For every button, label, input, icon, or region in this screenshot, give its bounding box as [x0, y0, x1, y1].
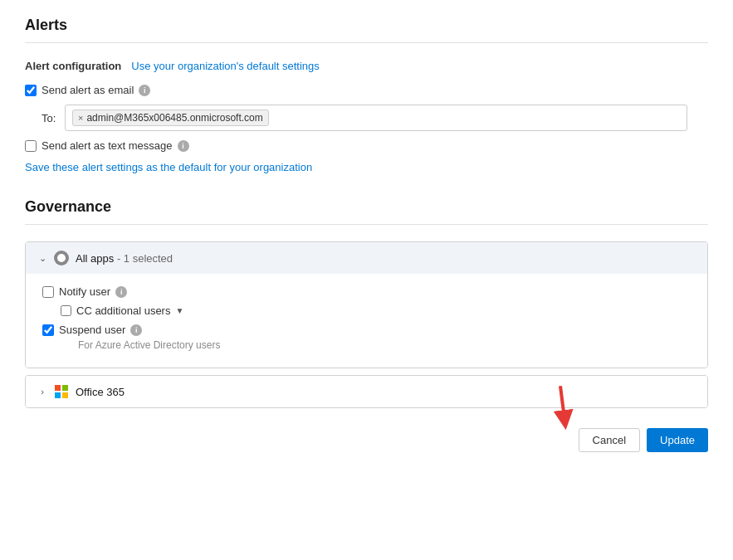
office365-title: Office 365	[76, 386, 125, 398]
save-default-link[interactable]: Save these alert settings as the default…	[25, 161, 312, 173]
send-email-info-icon: i	[139, 85, 150, 96]
office365-header[interactable]: › Office 365	[26, 376, 707, 407]
all-apps-circle-icon	[54, 251, 69, 265]
notify-user-label: Notify user	[59, 285, 110, 298]
email-to-row: To: × admin@M365x006485.onmicrosoft.com	[42, 105, 708, 131]
email-tag-value: admin@M365x006485.onmicrosoft.com	[86, 112, 262, 124]
cancel-button[interactable]: Cancel	[579, 428, 640, 452]
all-apps-header[interactable]: ⌄ All apps - 1 selected	[26, 242, 707, 274]
send-text-label: Send alert as text message	[42, 139, 173, 152]
send-email-row: Send alert as email i	[25, 84, 708, 96]
send-text-checkbox[interactable]	[25, 140, 37, 152]
all-apps-selected-count: - 1 selected	[117, 252, 173, 265]
suspend-user-row: Suspend user i	[42, 324, 691, 336]
send-text-row: Send alert as text message i	[25, 139, 708, 152]
all-apps-chevron-icon: ⌄	[37, 253, 47, 263]
notify-user-checkbox[interactable]	[42, 286, 54, 298]
cc-additional-row: CC additional users ▼	[61, 304, 691, 317]
default-settings-link[interactable]: Use your organization's default settings	[131, 60, 320, 72]
email-tag: × admin@M365x006485.onmicrosoft.com	[72, 110, 269, 126]
cc-additional-checkbox[interactable]	[61, 305, 71, 316]
notify-user-info-icon: i	[115, 286, 127, 298]
alerts-section-title: Alerts	[25, 17, 708, 43]
cc-additional-label: CC additional users	[76, 304, 170, 317]
suspend-user-info-icon: i	[130, 324, 142, 336]
notify-user-row: Notify user i	[42, 285, 691, 298]
svg-rect-0	[55, 385, 61, 391]
governance-section: Governance ⌄ All apps - 1 selected Notif…	[25, 198, 708, 408]
suspend-user-checkbox[interactable]	[42, 324, 54, 336]
svg-line-4	[546, 386, 578, 420]
office365-logo-icon	[54, 384, 69, 399]
send-email-label: Send alert as email	[42, 84, 134, 96]
suspend-note: For Azure Active Directory users	[78, 339, 691, 351]
all-apps-box: ⌄ All apps - 1 selected Notify user i CC…	[25, 241, 708, 368]
svg-rect-3	[62, 392, 68, 398]
email-tag-remove[interactable]: ×	[78, 113, 83, 123]
update-button[interactable]: Update	[647, 428, 708, 452]
send-text-info-icon: i	[178, 140, 189, 152]
governance-section-title: Governance	[25, 198, 708, 225]
send-email-checkbox[interactable]	[25, 85, 37, 96]
email-tag-input[interactable]: × admin@M365x006485.onmicrosoft.com	[65, 105, 687, 131]
footer-buttons: Cancel Update	[25, 428, 708, 452]
office365-chevron-icon: ›	[37, 387, 47, 397]
all-apps-body: Notify user i CC additional users ▼ Susp…	[26, 274, 707, 368]
svg-rect-2	[55, 392, 61, 398]
cc-dropdown-arrow-icon[interactable]: ▼	[175, 306, 183, 315]
all-apps-title: All apps - 1 selected	[76, 252, 173, 265]
suspend-user-label: Suspend user	[59, 324, 125, 336]
alert-config-label: Alert configuration	[25, 60, 121, 72]
email-to-label: To:	[42, 112, 58, 124]
svg-rect-1	[62, 385, 68, 391]
office365-box: › Office 365	[25, 375, 708, 408]
